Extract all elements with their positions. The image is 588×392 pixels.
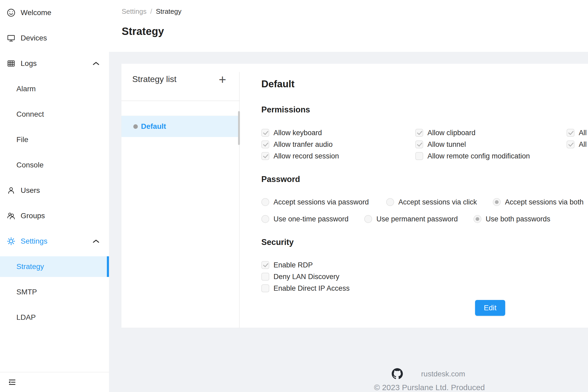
strategy-item-name: Default [141,122,166,131]
permissions-column-2: Allow clipboard Allow tunnel Allow remot… [415,127,530,162]
sidebar-item-console[interactable]: Console [0,152,109,178]
smiley-icon [7,8,16,17]
truncated-permission-checkbox-2[interactable] [567,140,575,148]
sidebar-item-label: Console [16,161,44,169]
sidebar-item-file[interactable]: File [0,127,109,152]
permission-row: Allow clipboard [415,127,530,139]
breadcrumb-settings-link[interactable]: Settings [122,7,147,16]
security-row: Enable RDP [261,259,350,271]
sidebar-item-label: Connect [16,110,44,118]
scrollbar-thumb[interactable] [238,111,240,145]
password-heading: Password [261,174,300,184]
use-both-passwords-label: Use both passwords [486,215,550,223]
use-one-time-password-label: Use one-time password [274,215,349,223]
allow-record-session-checkbox[interactable] [261,152,269,160]
page-title: Strategy [122,25,164,37]
user-icon [7,186,16,195]
accept-sessions-via-both-radio[interactable] [493,198,501,206]
list-vertical-divider [239,72,240,328]
deny-lan-discovery-label: Deny LAN Discovery [274,273,339,281]
enable-rdp-checkbox[interactable] [261,261,269,269]
allow-tunnel-checkbox[interactable] [415,140,423,148]
strategy-list-item-default[interactable]: Default [121,116,240,137]
use-permanent-password-radio[interactable] [364,215,372,223]
allow-keyboard-label: Allow keyboard [274,129,322,137]
allow-remote-config-modification-checkbox[interactable] [415,152,423,160]
permission-row: All [567,127,587,139]
sidebar-item-label: Alarm [16,85,36,93]
security-row: Deny LAN Discovery [261,271,350,282]
sidebar-item-welcome[interactable]: Welcome [0,0,109,25]
sidebar: Welcome Devices [0,0,109,392]
collapse-sidebar-button[interactable] [6,376,18,389]
sidebar-item-alarm[interactable]: Alarm [0,76,109,102]
allow-tunnel-label: Allow tunnel [427,140,466,149]
password-option: Use permanent password [364,213,458,225]
sidebar-item-devices[interactable]: Devices [0,25,109,51]
sidebar-item-label: Welcome [21,8,51,17]
menu-fold-icon [7,378,17,387]
permission-row: Allow tranfer audio [261,139,339,150]
sidebar-item-logs[interactable]: Logs [0,51,109,76]
use-both-passwords-radio[interactable] [473,215,481,223]
use-permanent-password-label: Use permanent password [376,215,458,223]
github-icon[interactable] [392,368,403,379]
sidebar-item-connect[interactable]: Connect [0,102,109,127]
allow-tranfer-audio-checkbox[interactable] [261,140,269,148]
sidebar-item-label: Logs [21,59,37,68]
table-grid-icon [7,59,16,68]
sidebar-item-label: SMTP [16,288,37,296]
page-header: Settings / Strategy Strategy [109,0,588,52]
security-column: Enable RDP Deny LAN Discovery Enable Dir… [261,259,350,294]
allow-clipboard-checkbox[interactable] [415,129,423,137]
sidebar-item-users[interactable]: Users [0,178,109,203]
sidebar-item-label: Strategy [16,262,44,271]
password-option: Use one-time password [261,213,349,225]
password-option: Accept sessions via both [493,196,584,208]
breadcrumb: Settings / Strategy [122,7,181,16]
sidebar-item-label: File [16,135,28,144]
truncated-permission-checkbox-1[interactable] [567,129,575,137]
accept-sessions-via-both-label: Accept sessions via both [505,198,584,206]
security-row: Enable Direct IP Access [261,282,350,294]
monitor-icon [7,34,16,43]
strategy-card: Strategy list + Default Default Permissi… [121,64,588,328]
security-heading: Security [261,237,294,247]
enable-direct-ip-access-checkbox[interactable] [261,284,269,292]
use-one-time-password-radio[interactable] [261,215,269,223]
edit-button[interactable]: Edit [475,300,505,316]
sidebar-item-label: Users [21,186,40,195]
strategy-details-panel: Default Permissions Allow keyboard Allow… [261,64,588,328]
add-strategy-button[interactable]: + [216,73,229,86]
rustdesk-site-link[interactable]: rustdesk.com [421,369,465,379]
allow-keyboard-checkbox[interactable] [261,129,269,137]
password-option: Accept sessions via click [386,196,477,208]
permission-row: Allow remote config modification [415,150,530,162]
permission-row: Allow keyboard [261,127,339,139]
enable-rdp-label: Enable RDP [274,261,313,269]
breadcrumb-current: Strategy [156,7,181,16]
permissions-heading: Permissions [261,105,310,115]
allow-record-session-label: Allow record session [274,152,339,160]
chevron-up-icon [93,61,99,66]
deny-lan-discovery-checkbox[interactable] [261,273,269,281]
password-option: Use both passwords [473,213,550,225]
allow-clipboard-label: Allow clipboard [427,129,476,137]
truncated-permission-label-1: All [579,129,587,137]
list-empty-row [121,101,240,116]
accept-sessions-via-click-label: Accept sessions via click [398,198,477,206]
sidebar-item-smtp[interactable]: SMTP [0,279,109,305]
sidebar-item-settings[interactable]: Settings [0,229,109,254]
permission-row: All [567,139,587,150]
accept-sessions-via-password-radio[interactable] [261,198,269,206]
permission-row: Allow tunnel [415,139,530,150]
sidebar-item-ldap[interactable]: LDAP [0,305,109,330]
permissions-column-3: All All [567,127,587,150]
chevron-up-icon [93,239,99,243]
accept-sessions-via-password-label: Accept sessions via password [274,198,369,206]
sidebar-item-strategy[interactable]: Strategy [0,256,109,277]
copyright-text: © 2023 Purslane Ltd. Produced [374,383,485,392]
accept-sessions-via-click-radio[interactable] [386,198,394,206]
sidebar-item-groups[interactable]: Groups [0,203,109,229]
gear-icon [7,237,16,246]
